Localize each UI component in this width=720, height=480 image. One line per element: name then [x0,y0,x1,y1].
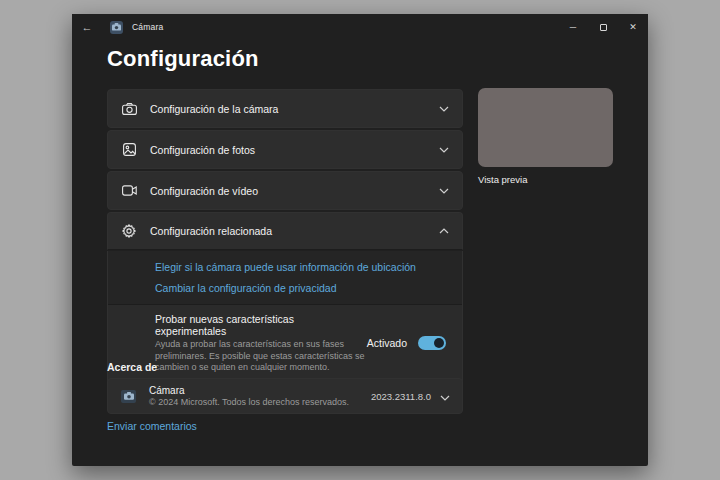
about-version-group: 2023.2311.8.0 [371,387,450,405]
photo-icon [121,143,137,156]
minimize-button[interactable]: ─ [558,14,588,40]
about-app-name: Cámara [149,385,349,396]
page-title: Configuración [107,46,259,72]
about-card[interactable]: Cámara © 2024 Microsoft. Todos los derec… [107,378,463,414]
experimental-description: Ayuda a probar las características en su… [155,339,367,374]
experimental-text: Probar nuevas características experiment… [155,313,367,374]
location-settings-link[interactable]: Elegir si la cámara puede usar informaci… [155,261,462,273]
close-button[interactable]: ✕ [618,14,648,40]
maximize-icon [600,24,607,31]
experimental-toggle-group: Activado [367,336,446,350]
privacy-settings-link[interactable]: Cambiar la configuración de privacidad [155,282,462,294]
about-copyright: © 2024 Microsoft. Todos los derechos res… [149,397,349,407]
video-camera-icon [121,185,137,196]
camera-preview [478,88,613,167]
close-icon: ✕ [629,22,637,32]
expander-label: Configuración de la cámara [150,103,278,115]
expander-label: Configuración de vídeo [150,185,258,197]
toggle-state-label: Activado [367,337,407,349]
expander-video-settings[interactable]: Configuración de vídeo [107,171,463,210]
experimental-toggle[interactable] [418,336,446,350]
about-heading: Acerca de [107,361,157,373]
expander-label: Configuración de fotos [150,144,255,156]
send-feedback-link[interactable]: Enviar comentarios [107,420,197,432]
related-links: Elegir si la cámara puede usar informaci… [108,251,462,304]
window-title: Cámara [132,22,163,32]
titlebar: ← Cámara ─ ✕ [72,14,648,40]
expander-label: Configuración relacionada [150,225,272,237]
minimize-icon: ─ [570,22,576,32]
chevron-down-icon[interactable] [439,147,449,153]
preview-label: Vista previa [478,174,527,185]
expander-camera-settings[interactable]: Configuración de la cámara [107,89,463,128]
chevron-down-icon[interactable] [439,188,449,194]
toggle-knob [434,338,444,348]
camera-app-icon [110,21,123,34]
chevron-down-icon[interactable] [440,387,450,405]
about-version: 2023.2311.8.0 [371,391,431,402]
chevron-up-icon[interactable] [439,228,449,234]
experimental-title: Probar nuevas características experiment… [155,313,367,337]
maximize-button[interactable] [588,14,618,40]
back-arrow-icon: ← [82,21,93,33]
about-text: Cámara © 2024 Microsoft. Todos los derec… [149,385,349,407]
camera-app-window: ← Cámara ─ ✕ Configuración Configuración… [72,14,648,466]
camera-app-icon-small [121,390,136,403]
window-controls: ─ ✕ [558,14,648,40]
experimental-features-row: Probar nuevas características experiment… [108,304,462,383]
expander-photo-settings[interactable]: Configuración de fotos [107,130,463,169]
back-button[interactable]: ← [72,14,102,40]
gear-icon [121,224,137,238]
expander-related-settings[interactable]: Configuración relacionada [107,212,463,250]
camera-icon [121,103,137,115]
related-settings-body: Elegir si la cámara puede usar informaci… [107,251,463,384]
chevron-down-icon[interactable] [439,106,449,112]
